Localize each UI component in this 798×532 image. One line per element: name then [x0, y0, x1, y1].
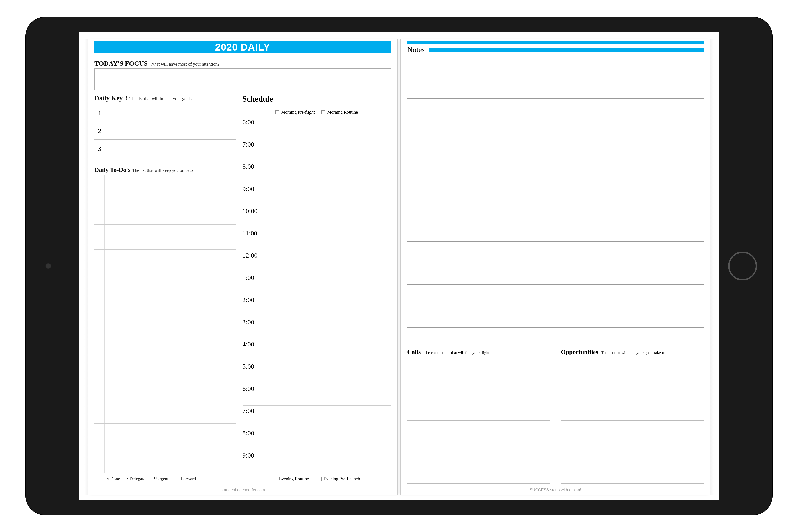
opportunity-line[interactable]	[561, 389, 704, 420]
time-row[interactable]: 6:00	[243, 383, 391, 406]
time-row[interactable]: 7:00	[243, 406, 391, 428]
todo-marker[interactable]	[94, 200, 104, 224]
todo-marker[interactable]	[94, 175, 104, 200]
opportunity-line[interactable]	[561, 452, 704, 484]
todo-marker[interactable]	[94, 424, 104, 448]
note-line[interactable]	[407, 70, 704, 84]
todo-legend: √ Done • Delegate !! Urgent → Forward	[94, 473, 236, 484]
checkbox-icon[interactable]	[318, 477, 322, 481]
opportunity-line[interactable]	[561, 420, 704, 452]
key3-list: 1 2 3	[94, 104, 236, 157]
todo-line[interactable]	[94, 250, 236, 274]
time-row[interactable]: 3:00	[243, 317, 391, 339]
todo-marker[interactable]	[94, 299, 104, 324]
note-line[interactable]	[407, 185, 704, 199]
time-row[interactable]: 6:00	[243, 117, 391, 139]
check-evening-prelaunch[interactable]: Evening Pre-Launch	[318, 476, 360, 481]
time-row[interactable]: 7:00	[243, 139, 391, 162]
check-morning-preflight[interactable]: Morning Pre-flight	[275, 110, 315, 115]
todos-subtitle: The list that will keep you on pace.	[132, 168, 195, 173]
note-line[interactable]	[407, 328, 704, 342]
note-line[interactable]	[407, 270, 704, 285]
todo-line[interactable]	[94, 274, 236, 299]
time-row[interactable]: 12:00	[243, 250, 391, 272]
time-row[interactable]: 1:00	[243, 272, 391, 294]
checkbox-icon[interactable]	[273, 477, 277, 481]
note-line[interactable]	[407, 99, 704, 113]
key3-row[interactable]: 1	[94, 104, 236, 122]
opportunities-subtitle: The list that will help your goals take-…	[601, 350, 668, 355]
check-label: Evening Pre-Launch	[323, 476, 360, 481]
todo-marker[interactable]	[94, 225, 104, 249]
calls-subtitle: The connections that will fuel your flig…	[424, 350, 490, 355]
time-row[interactable]: 4:00	[243, 339, 391, 361]
calls-line[interactable]	[407, 452, 550, 484]
todo-line[interactable]	[94, 225, 236, 249]
todo-lines	[94, 175, 236, 473]
key3-row[interactable]: 3	[94, 140, 236, 157]
check-label: Morning Routine	[327, 110, 358, 115]
note-line[interactable]	[407, 84, 704, 99]
note-line[interactable]	[407, 156, 704, 170]
opportunity-line[interactable]	[561, 357, 704, 389]
time-label: 9:00	[243, 185, 263, 193]
todo-marker[interactable]	[94, 374, 104, 398]
calls-line[interactable]	[407, 357, 550, 389]
todo-marker[interactable]	[94, 349, 104, 374]
check-evening-routine[interactable]: Evening Routine	[273, 476, 309, 481]
note-line[interactable]	[407, 199, 704, 213]
todos-title: Daily To-Do's	[94, 166, 131, 173]
time-label: 10:00	[243, 207, 263, 215]
time-row[interactable]: 5:00	[243, 361, 391, 383]
todo-line[interactable]	[94, 299, 236, 324]
calls-line[interactable]	[407, 389, 550, 420]
todo-marker[interactable]	[94, 449, 104, 473]
left-body: Daily Key 3 The list that will impact yo…	[94, 94, 391, 484]
todo-line[interactable]	[94, 349, 236, 374]
calls-line[interactable]	[407, 420, 550, 452]
schedule-column: Schedule Morning Pre-flight Morning Rout…	[243, 94, 391, 484]
todo-marker[interactable]	[94, 250, 104, 274]
note-line[interactable]	[407, 170, 704, 185]
note-line[interactable]	[407, 299, 704, 314]
checkbox-icon[interactable]	[275, 110, 279, 114]
note-line[interactable]	[407, 285, 704, 299]
footer-right: SUCCESS starts with a plan!	[407, 484, 704, 493]
tablet-frame: 2020 DAILY TODAY'S FOCUS What will have …	[25, 17, 773, 515]
time-label: 6:00	[243, 385, 263, 392]
note-line[interactable]	[407, 256, 704, 270]
note-line[interactable]	[407, 113, 704, 127]
focus-input-area[interactable]	[94, 69, 391, 90]
time-row[interactable]: 11:00	[243, 228, 391, 250]
note-line[interactable]	[407, 213, 704, 227]
todo-line[interactable]	[94, 324, 236, 349]
todo-marker[interactable]	[94, 274, 104, 299]
check-morning-routine[interactable]: Morning Routine	[321, 110, 358, 115]
note-line[interactable]	[407, 56, 704, 70]
todo-line[interactable]	[94, 424, 236, 449]
time-label: 12:00	[243, 252, 263, 259]
todo-line[interactable]	[94, 399, 236, 424]
check-label: Evening Routine	[279, 476, 309, 481]
time-row[interactable]: 9:00	[243, 450, 391, 472]
todo-line[interactable]	[94, 374, 236, 399]
time-row[interactable]: 8:00	[243, 428, 391, 450]
note-line[interactable]	[407, 141, 704, 156]
todo-marker[interactable]	[94, 399, 104, 423]
todo-marker[interactable]	[94, 324, 104, 349]
note-line[interactable]	[407, 227, 704, 242]
note-line[interactable]	[407, 313, 704, 328]
time-row[interactable]: 10:00	[243, 206, 391, 228]
todo-line[interactable]	[94, 175, 236, 200]
time-row[interactable]: 9:00	[243, 184, 391, 206]
checkbox-icon[interactable]	[321, 110, 325, 114]
time-row[interactable]: 8:00	[243, 162, 391, 184]
time-row[interactable]: 2:00	[243, 295, 391, 317]
todo-line[interactable]	[94, 200, 236, 225]
home-button[interactable]	[728, 252, 757, 280]
note-line[interactable]	[407, 242, 704, 256]
calls-title: Calls	[407, 348, 421, 356]
key3-row[interactable]: 2	[94, 122, 236, 140]
note-line[interactable]	[407, 127, 704, 141]
todo-line[interactable]	[94, 449, 236, 473]
